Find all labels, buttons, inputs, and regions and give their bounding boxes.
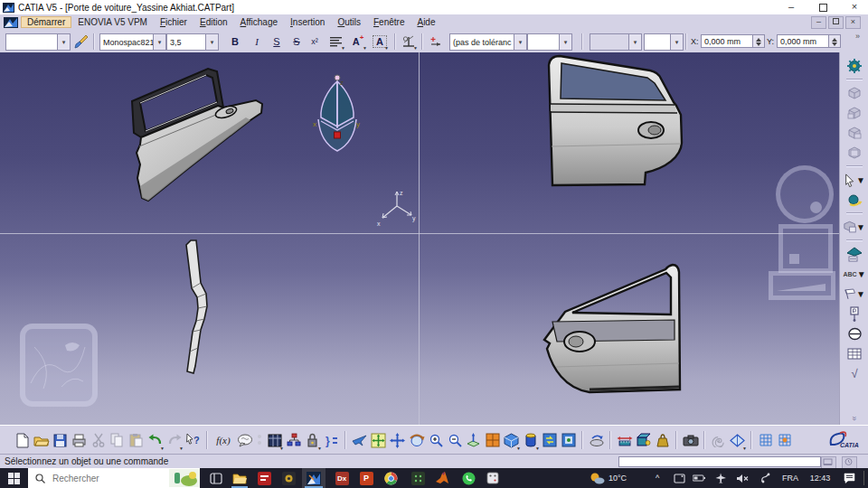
menu-edition[interactable]: Edition: [193, 16, 234, 28]
search-input[interactable]: [51, 473, 169, 484]
taskbar-search-box[interactable]: [28, 468, 200, 488]
paste-button[interactable]: [127, 431, 146, 450]
window-minimize-button[interactable]: –: [778, 0, 805, 14]
compass-base-handle[interactable]: [335, 132, 341, 138]
prism-tool-button[interactable]: ▼: [728, 431, 747, 450]
taskbar-app-pattern[interactable]: [407, 468, 429, 488]
menu-fenetre[interactable]: Fenêtre: [367, 16, 410, 28]
tolerance-combo[interactable]: (pas de toléranc▾: [449, 33, 527, 51]
hide-show-button[interactable]: [540, 431, 559, 450]
swap-orientation-button[interactable]: [844, 190, 865, 210]
zoom-out-button[interactable]: [445, 431, 464, 450]
named-view-3-button[interactable]: [844, 123, 865, 143]
font-name-combo[interactable]: Monospac821▾: [99, 33, 166, 51]
numeric-display-combo[interactable]: ▾: [590, 33, 642, 51]
superscript-button[interactable]: x²: [306, 33, 324, 50]
text-annotation-button[interactable]: ABC ▼: [844, 264, 865, 284]
menu-demarrer[interactable]: Démarrer: [21, 16, 71, 28]
named-view-1-button[interactable]: [844, 83, 865, 103]
mdi-restore-button[interactable]: [828, 16, 844, 29]
taskbar-chrome[interactable]: [380, 468, 401, 488]
knowledge-inspector-button[interactable]: [235, 431, 254, 450]
menu-aide[interactable]: Aide: [410, 16, 441, 28]
tray-usb-button[interactable]: [758, 468, 774, 488]
text-frame-button[interactable]: A▼: [371, 33, 389, 50]
door-section-profile[interactable]: [179, 238, 215, 382]
spiral-tool-button[interactable]: [709, 431, 728, 450]
view-mode-button[interactable]: ▼: [844, 217, 865, 237]
menu-affichage[interactable]: Affichage: [234, 16, 285, 28]
taskbar-app-gold[interactable]: [278, 468, 299, 488]
workbench-button[interactable]: [844, 56, 865, 76]
dimension-position-button[interactable]: [427, 33, 445, 50]
named-view-4-button[interactable]: [844, 143, 865, 163]
window-close-button[interactable]: ×: [841, 0, 868, 14]
toolbar-more-button[interactable]: »: [844, 412, 865, 425]
task-view-button[interactable]: [204, 468, 228, 488]
render-style-button[interactable]: ▼: [521, 431, 540, 450]
mdi-minimize-button[interactable]: –: [811, 16, 826, 29]
datum-target-button[interactable]: [844, 304, 865, 324]
snap-to-grid-button[interactable]: [775, 431, 794, 450]
spinner-arrows[interactable]: [753, 34, 765, 48]
copy-button[interactable]: [108, 431, 127, 450]
door-side-view-right[interactable]: [538, 52, 692, 190]
mdi-close-button[interactable]: ×: [845, 16, 861, 29]
context-help-button[interactable]: ?: [184, 431, 203, 450]
grid-button[interactable]: [756, 431, 775, 450]
precision-combo[interactable]: ▾: [644, 33, 684, 51]
print-button[interactable]: [70, 431, 89, 450]
status-aux-button-1[interactable]: [821, 456, 836, 469]
status-aux-button-2[interactable]: [842, 456, 857, 469]
open-button[interactable]: [32, 431, 51, 450]
turntable-button[interactable]: [587, 431, 606, 450]
lock-button[interactable]: ▼: [303, 431, 322, 450]
graphic-style-combo[interactable]: ▾: [5, 33, 71, 51]
menu-fichier[interactable]: Fichier: [154, 16, 193, 28]
fly-mode-button[interactable]: [350, 431, 369, 450]
dimension-style-button[interactable]: ▼: [400, 33, 418, 50]
tolerance-zone-button[interactable]: [844, 324, 865, 343]
italic-button[interactable]: I: [248, 33, 266, 50]
underline-button[interactable]: S: [268, 33, 286, 50]
undo-button[interactable]: ▼: [146, 431, 165, 450]
create-multi-view-button[interactable]: [483, 431, 502, 450]
taskbar-app-dx[interactable]: Dx: [331, 468, 353, 488]
toolbar-overflow-button[interactable]: »: [855, 32, 860, 41]
window-restore-button[interactable]: [809, 0, 836, 14]
taskbar-matlab[interactable]: [431, 468, 453, 488]
tray-clock[interactable]: 12:43: [805, 468, 835, 488]
tray-airplane-button[interactable]: [712, 468, 729, 488]
tray-expand-button[interactable]: ^: [649, 468, 665, 488]
rotate-button[interactable]: [407, 431, 426, 450]
mass-properties-button[interactable]: [653, 431, 672, 450]
pan-button[interactable]: [388, 431, 407, 450]
tray-volume-button[interactable]: [734, 468, 750, 488]
menu-outils[interactable]: Outils: [331, 16, 367, 28]
y-coordinate-spinner[interactable]: 0,000 mm: [777, 34, 841, 48]
strikethrough-button[interactable]: S: [288, 33, 306, 50]
x-coordinate-spinner[interactable]: 0,000 mm: [701, 34, 765, 48]
show-desktop-divider[interactable]: [863, 471, 864, 485]
taskbar-powerpoint[interactable]: P: [355, 468, 377, 488]
tray-display-button[interactable]: [671, 468, 687, 488]
cut-button[interactable]: [89, 431, 108, 450]
power-input-field[interactable]: [618, 456, 821, 467]
datum-grid-button[interactable]: [844, 343, 865, 363]
select-tool-button[interactable]: ▼: [844, 170, 865, 190]
flag-note-button[interactable]: ▼: [844, 284, 865, 304]
swap-visible-space-button[interactable]: [559, 431, 578, 450]
door-3d-view[interactable]: [90, 63, 271, 212]
design-table-button[interactable]: ▼: [265, 431, 284, 450]
notification-center-button[interactable]: [839, 468, 859, 488]
taskbar-app-dice[interactable]: [482, 468, 504, 488]
measure-between-button[interactable]: [615, 431, 634, 450]
save-button[interactable]: [51, 431, 70, 450]
text-align-button[interactable]: ▼: [327, 33, 345, 50]
taskbar-app-red[interactable]: [253, 468, 275, 488]
viewport-3d[interactable]: z x y z x y: [0, 52, 839, 425]
tray-language[interactable]: FRA: [778, 468, 803, 488]
named-view-2-button[interactable]: [844, 103, 865, 123]
taskbar-catia-app[interactable]: [302, 468, 326, 488]
tray-battery-button[interactable]: [691, 468, 707, 488]
